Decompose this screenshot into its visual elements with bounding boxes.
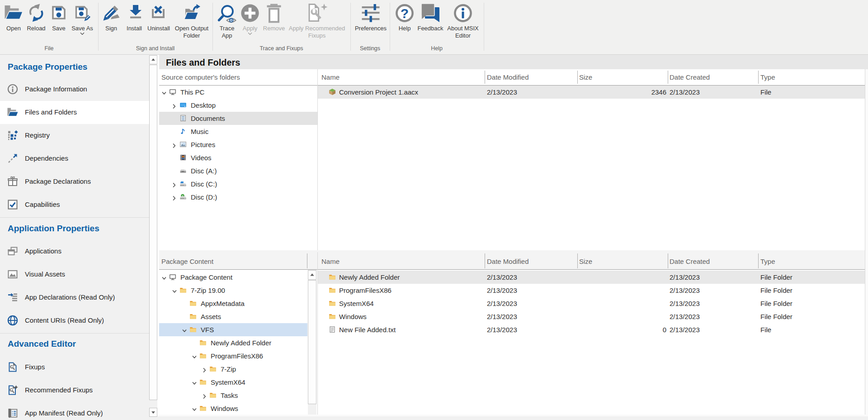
svg-text:?: ?: [401, 6, 409, 21]
